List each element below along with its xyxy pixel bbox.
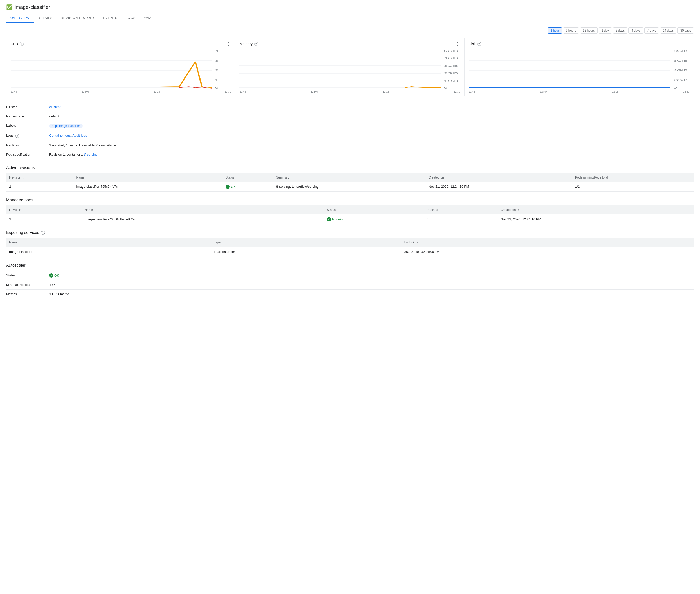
audit-logs-link[interactable]: Audit logs (72, 134, 87, 137)
revision-sort-icon[interactable]: ↓ (23, 176, 24, 179)
disk-chart-area: 8GiB 6GiB 4GiB 2GiB 0 11:45 12 PM 12:15 … (469, 49, 690, 93)
active-revisions-title: Active revisions (6, 165, 694, 170)
active-revisions-section: Active revisions Revision ↓ Name Status … (6, 165, 694, 192)
autoscaler-metrics-label: Metrics (6, 290, 47, 299)
cluster-value-link[interactable]: cluster-1 (49, 105, 62, 109)
col-name: Name (73, 173, 223, 182)
mem-x-label-1230: 12:30 (454, 90, 460, 93)
tab-details[interactable]: DETAILS (34, 13, 57, 23)
svc-type: Load balancer (211, 247, 401, 257)
cpu-x-label-1145: 11:45 (10, 90, 17, 93)
namespace-label: Namespace (6, 112, 47, 121)
info-row-pod-spec: Pod specification Revision 1, containers… (6, 150, 694, 159)
tab-events[interactable]: EVENTS (99, 13, 122, 23)
memory-more-icon[interactable]: ⋮ (455, 41, 460, 47)
svg-text:2GiB: 2GiB (444, 72, 458, 75)
tab-yaml[interactable]: YAML (140, 13, 158, 23)
disk-chart-header: Disk ? ⋮ (469, 41, 690, 47)
running-badge: ✓ Running (327, 217, 344, 221)
pod-status: ✓ Running (324, 214, 423, 224)
table-row: 1 image-classifier-765c64fb7c ✓ OK tf-se… (6, 182, 694, 192)
svg-text:6GiB: 6GiB (673, 59, 688, 62)
info-row-logs: Logs ? Container logs, Audit logs (6, 131, 694, 141)
replicas-label: Replicas (6, 140, 47, 150)
exposing-services-section: Exposing services ? Name ↑ Type Endpoint… (6, 230, 694, 257)
cpu-chart: CPU ? ⋮ 4 3 2 1 0 (6, 38, 235, 96)
page-title: image-classifier (14, 4, 50, 10)
svc-name-sort-icon[interactable]: ↑ (19, 240, 21, 244)
active-revisions-header-row: Revision ↓ Name Status Summary Created o… (6, 173, 694, 182)
svg-text:4GiB: 4GiB (673, 69, 688, 72)
tab-overview[interactable]: OVERVIEW (6, 13, 34, 23)
cpu-chart-area: 4 3 2 1 0 11:45 12 PM 12:15 12:30 (10, 49, 231, 93)
disk-x-label-1145: 11:45 (469, 90, 475, 93)
time-btn-7days[interactable]: 7 days (644, 27, 659, 34)
time-btn-14days[interactable]: 14 days (660, 27, 676, 34)
time-btn-12hours[interactable]: 12 hours (580, 27, 598, 34)
memory-help-icon[interactable]: ? (254, 42, 258, 46)
time-btn-6hours[interactable]: 6 hours (563, 27, 579, 34)
cpu-x-label-12pm: 12 PM (81, 90, 89, 93)
endpoint-value: 35.193.181.65:8500 (404, 250, 434, 254)
revision-pods: 1/1 (572, 182, 694, 192)
svg-text:3: 3 (215, 59, 219, 62)
time-btn-1day[interactable]: 1 day (599, 27, 612, 34)
autoscaler-replicas-label: Min/max replicas (6, 280, 47, 290)
disk-x-label-1215: 12:15 (612, 90, 618, 93)
time-btn-4days[interactable]: 4 days (629, 27, 643, 34)
cpu-help-icon[interactable]: ? (20, 42, 24, 46)
col-summary: Summary (273, 173, 425, 182)
svg-text:0: 0 (444, 87, 447, 89)
disk-chart-title: Disk ? (469, 42, 481, 46)
time-btn-2days[interactable]: 2 days (613, 27, 627, 34)
autoscaler-ok-icon: ✓ (49, 273, 53, 277)
table-row: 1 image-classifier-765c64fb7c-dk2sn ✓ Ru… (6, 214, 694, 224)
logs-help-icon[interactable]: ? (15, 134, 20, 138)
cpu-x-label-1230: 12:30 (225, 90, 231, 93)
services-header-row: Name ↑ Type Endpoints (6, 238, 694, 247)
autoscaler-status-value: ✓ OK (47, 271, 694, 280)
container-logs-link[interactable]: Container logs (49, 134, 71, 137)
logs-label: Logs ? (6, 131, 47, 141)
pod-created: Nov 21, 2020, 12:24:10 PM (497, 214, 694, 224)
autoscaler-replicas-row: Min/max replicas 1 / 4 (6, 280, 694, 290)
pods-created-sort-icon[interactable]: ↑ (518, 208, 519, 211)
col-svc-type: Type (211, 238, 401, 247)
autoscaler-status-row: Status ✓ OK (6, 271, 694, 280)
tab-revision-history[interactable]: REVISION HISTORY (57, 13, 99, 23)
autoscaler-table: Status ✓ OK Min/max replicas 1 / 4 Metri… (6, 271, 694, 299)
autoscaler-status-label: Status (6, 271, 47, 280)
time-range-bar: 1 hour 6 hours 12 hours 1 day 2 days 4 d… (6, 27, 694, 34)
disk-more-icon[interactable]: ⋮ (685, 41, 690, 47)
disk-help-icon[interactable]: ? (477, 42, 481, 46)
tab-logs[interactable]: LOGS (122, 13, 140, 23)
page-header: ✅ image-classifier OVERVIEW DETAILS REVI… (0, 0, 700, 23)
managed-pods-header-row: Revision Name Status Restarts Created on… (6, 205, 694, 214)
svg-text:0: 0 (215, 87, 219, 89)
managed-pods-section: Managed pods Revision Name Status Restar… (6, 198, 694, 224)
managed-pods-table: Revision Name Status Restarts Created on… (6, 205, 694, 224)
svg-text:8GiB: 8GiB (673, 50, 688, 52)
memory-chart-header: Memory ? ⋮ (239, 41, 460, 47)
cpu-more-icon[interactable]: ⋮ (226, 41, 231, 47)
services-help-icon[interactable]: ? (41, 231, 45, 235)
pod-spec-link[interactable]: tf-serving (84, 153, 97, 157)
endpoint-expand-button[interactable]: ▼ (436, 250, 440, 254)
cpu-chart-header: CPU ? ⋮ (10, 41, 231, 47)
time-btn-1hour[interactable]: 1 hour (548, 27, 562, 34)
info-row-labels: Labels app: image-classifier (6, 121, 694, 131)
col-svc-name: Name ↑ (6, 238, 211, 247)
revision-summary: tf-serving: tensorflow/serving (273, 182, 425, 192)
status-icon: ✅ (6, 4, 12, 10)
replicas-value: 1 updated, 1 ready, 1 available, 0 unava… (47, 140, 694, 150)
col-pod-status: Status (324, 205, 423, 214)
revision-number: 1 (6, 182, 73, 192)
svg-text:4: 4 (215, 50, 219, 52)
time-btn-30days[interactable]: 30 days (677, 27, 694, 34)
svg-text:4GiB: 4GiB (444, 57, 458, 60)
disk-x-label-12pm: 12 PM (540, 90, 547, 93)
disk-chart: Disk ? ⋮ 8GiB 6GiB 4GiB 2GiB 0 (465, 38, 694, 96)
labels-chip: app: image-classifier (49, 124, 82, 128)
autoscaler-metrics-value: 1 CPU metric (47, 290, 694, 299)
memory-chart-title: Memory ? (239, 42, 258, 46)
